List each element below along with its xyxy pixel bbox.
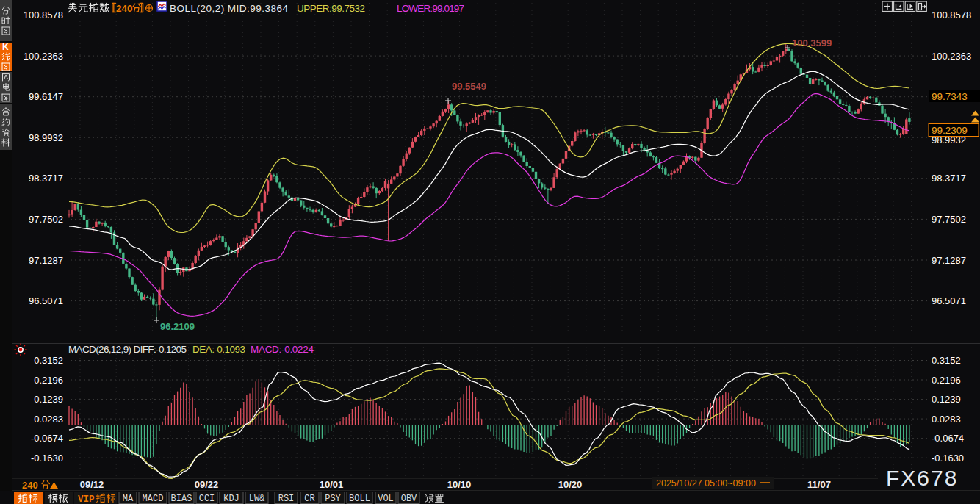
svg-text:96.5071: 96.5071 bbox=[932, 295, 966, 306]
svg-text:PSY: PSY bbox=[325, 494, 341, 504]
svg-text:96.5071: 96.5071 bbox=[29, 295, 63, 306]
svg-text:MACD: MACD bbox=[143, 494, 164, 504]
svg-text:MA: MA bbox=[123, 494, 134, 504]
svg-text:100.2363: 100.2363 bbox=[24, 51, 63, 62]
svg-text:-0.0674: -0.0674 bbox=[31, 433, 63, 444]
svg-text:LOWER:99.0197: LOWER:99.0197 bbox=[397, 3, 464, 14]
svg-text:99.5549: 99.5549 bbox=[452, 81, 486, 92]
svg-text:09/12: 09/12 bbox=[80, 479, 104, 490]
svg-text:BIAS: BIAS bbox=[171, 494, 192, 504]
svg-text:99.6147: 99.6147 bbox=[29, 91, 63, 102]
svg-text:-0.1630: -0.1630 bbox=[932, 453, 964, 464]
svg-text:100.3599: 100.3599 bbox=[792, 37, 832, 48]
svg-text:240: 240 bbox=[22, 480, 38, 491]
svg-text:240: 240 bbox=[116, 3, 133, 14]
svg-text:98.3717: 98.3717 bbox=[29, 173, 63, 184]
svg-text:97.7502: 97.7502 bbox=[29, 214, 63, 225]
svg-text:LW&: LW& bbox=[249, 494, 265, 504]
svg-text:BOLL(20,2) MID:99.3864: BOLL(20,2) MID:99.3864 bbox=[170, 3, 288, 14]
svg-text:MACD:-0.0224: MACD:-0.0224 bbox=[251, 344, 314, 355]
svg-text:RSI: RSI bbox=[278, 494, 295, 504]
svg-text:CR: CR bbox=[304, 494, 314, 504]
svg-text:2025/10/27 05:00~09:00: 2025/10/27 05:00~09:00 bbox=[656, 478, 756, 489]
svg-text:10/01: 10/01 bbox=[320, 479, 344, 490]
svg-text:-0.0674: -0.0674 bbox=[932, 433, 964, 444]
svg-text:97.1287: 97.1287 bbox=[29, 255, 63, 266]
svg-text:BOLL: BOLL bbox=[349, 494, 370, 504]
svg-text:K: K bbox=[2, 42, 9, 52]
svg-text:0.1239: 0.1239 bbox=[34, 394, 63, 405]
svg-text:FX678: FX678 bbox=[886, 466, 958, 490]
svg-text:96.2109: 96.2109 bbox=[160, 321, 195, 332]
svg-text:0.0283: 0.0283 bbox=[932, 414, 961, 425]
svg-text:10/10: 10/10 bbox=[447, 479, 472, 490]
svg-text:UPPER:99.7532: UPPER:99.7532 bbox=[297, 3, 365, 14]
svg-text:97.7502: 97.7502 bbox=[932, 214, 966, 225]
svg-text:100.8578: 100.8578 bbox=[932, 10, 971, 21]
svg-text:DEA:-0.1093: DEA:-0.1093 bbox=[192, 344, 245, 355]
svg-text:-0.1630: -0.1630 bbox=[31, 453, 63, 464]
svg-text:VIP: VIP bbox=[78, 494, 95, 504]
svg-text:98.3717: 98.3717 bbox=[932, 173, 966, 184]
svg-text:0.1239: 0.1239 bbox=[932, 394, 961, 405]
svg-text:KDJ: KDJ bbox=[223, 494, 239, 504]
svg-text:100.8578: 100.8578 bbox=[24, 10, 63, 21]
svg-text:99.7343: 99.7343 bbox=[932, 91, 968, 102]
svg-text:100.2363: 100.2363 bbox=[932, 51, 971, 62]
svg-text:97.1287: 97.1287 bbox=[932, 255, 966, 266]
svg-text:98.9932: 98.9932 bbox=[29, 132, 63, 143]
svg-text:09/22: 09/22 bbox=[195, 479, 219, 490]
svg-text:10/20: 10/20 bbox=[558, 479, 583, 490]
svg-text:0.2196: 0.2196 bbox=[34, 375, 63, 386]
svg-text:0.3152: 0.3152 bbox=[932, 355, 961, 366]
svg-text:0.0283: 0.0283 bbox=[34, 414, 63, 425]
svg-text:0.3152: 0.3152 bbox=[34, 355, 63, 366]
svg-text:11/07: 11/07 bbox=[807, 479, 831, 490]
svg-text:MACD(26,12,9) DIFF:-0.1205: MACD(26,12,9) DIFF:-0.1205 bbox=[68, 344, 187, 355]
svg-text:99.2309: 99.2309 bbox=[932, 125, 968, 136]
svg-text:OBV: OBV bbox=[401, 494, 417, 504]
svg-text:VOL: VOL bbox=[378, 494, 394, 504]
svg-text:CCI: CCI bbox=[199, 494, 215, 504]
svg-text:0.2196: 0.2196 bbox=[932, 375, 961, 386]
